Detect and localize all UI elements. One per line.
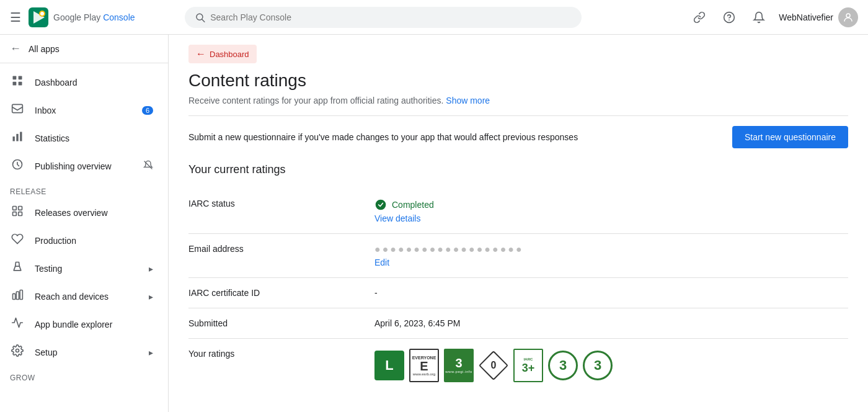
- submit-text: Submit a new questionnaire if you've mad…: [188, 132, 578, 142]
- statistics-icon: [10, 130, 25, 146]
- user-name: WebNativefier: [779, 12, 833, 22]
- svg-point-26: [16, 349, 19, 352]
- dashboard-label: Dashboard: [35, 78, 78, 87]
- field-value-cert-id: -: [374, 278, 848, 308]
- rating-badge-circle-3b: 3: [583, 351, 613, 380]
- testing-label: Testing: [35, 264, 62, 274]
- search-icon: [195, 12, 205, 23]
- table-row: Email address ●●●●●●●●●●●●●●●●●●● Edit: [188, 234, 848, 278]
- svg-rect-9: [13, 76, 17, 80]
- view-details-link[interactable]: View details: [374, 213, 848, 223]
- ratings-row: L EVERYONE E www.esrb.org 3: [374, 349, 848, 382]
- topbar-right: WebNativefier: [689, 7, 858, 27]
- breadcrumb[interactable]: ← Dashboard: [188, 45, 257, 63]
- svg-rect-11: [13, 82, 17, 86]
- play-console-icon: [29, 7, 48, 27]
- svg-text:0: 0: [491, 360, 497, 370]
- setup-chevron-icon: ▸: [149, 347, 153, 357]
- logo-text: Google Play Console: [53, 12, 135, 22]
- setup-label: Setup: [35, 347, 58, 357]
- show-more-link[interactable]: Show more: [446, 96, 490, 105]
- svg-rect-25: [20, 290, 22, 300]
- rating-badge-circle-3a: 3: [548, 351, 578, 380]
- all-apps-button[interactable]: ← All apps: [0, 35, 168, 63]
- status-text: Completed: [392, 200, 434, 210]
- app-bundle-label: App bundle explorer: [35, 320, 112, 329]
- table-row: IARC certificate ID -: [188, 278, 848, 308]
- status-completed: Completed: [374, 199, 848, 211]
- releases-overview-label: Releases overview: [35, 208, 108, 218]
- field-value-email: ●●●●●●●●●●●●●●●●●●● Edit: [374, 234, 848, 278]
- inbox-icon: [10, 102, 25, 118]
- field-value-ratings: L EVERYONE E www.esrb.org 3: [374, 339, 848, 393]
- submit-bar: Submit a new questionnaire if you've mad…: [188, 126, 848, 148]
- sidebar-nav: Dashboard Inbox 6 Statistics: [0, 63, 168, 390]
- releases-overview-icon: [10, 205, 25, 220]
- page-description: Receive content ratings for your app fro…: [188, 96, 848, 105]
- svg-rect-24: [16, 292, 19, 300]
- avatar: [838, 7, 858, 27]
- svg-rect-14: [13, 137, 15, 141]
- page-title: Content ratings: [188, 71, 848, 91]
- field-value-submitted: April 6, 2023, 6:45 PM: [374, 308, 848, 339]
- sidebar-item-inbox[interactable]: Inbox 6: [0, 96, 163, 124]
- main-content: ← Dashboard Content ratings Receive cont…: [169, 35, 868, 412]
- inbox-label: Inbox: [35, 105, 56, 115]
- svg-rect-22: [19, 212, 22, 216]
- svg-rect-16: [20, 132, 22, 141]
- app-bundle-icon: [10, 316, 25, 332]
- svg-rect-10: [19, 76, 22, 80]
- reach-devices-label: Reach and devices: [35, 292, 108, 302]
- svg-rect-15: [16, 134, 18, 141]
- check-circle-icon: [374, 199, 387, 211]
- inbox-badge: 6: [142, 106, 153, 115]
- sidebar-item-setup[interactable]: Setup ▸: [0, 338, 163, 366]
- sidebar-item-releases-overview[interactable]: Releases overview: [0, 199, 163, 226]
- hamburger-menu[interactable]: ☰: [10, 10, 21, 25]
- notification-icon[interactable]: [749, 7, 769, 27]
- layout: ← All apps Dashboard Inbox 6: [0, 35, 868, 412]
- rating-badge-l: L: [374, 351, 404, 380]
- search-bar[interactable]: [185, 7, 582, 28]
- sidebar-item-reach-devices[interactable]: Reach and devices ▸: [0, 282, 163, 310]
- svg-rect-12: [19, 82, 22, 86]
- all-apps-label: All apps: [29, 44, 60, 54]
- svg-rect-20: [19, 207, 22, 210]
- info-table: IARC status Completed View details: [188, 189, 848, 392]
- notif-mute-icon: [143, 160, 153, 172]
- svg-rect-19: [13, 207, 17, 210]
- field-value-iarc-status: Completed View details: [374, 189, 848, 234]
- sidebar-item-app-bundle-explorer[interactable]: App bundle explorer: [0, 310, 163, 338]
- edit-email-link[interactable]: Edit: [374, 258, 848, 267]
- statistics-label: Statistics: [35, 133, 69, 143]
- divider: [188, 115, 848, 116]
- svg-point-8: [846, 14, 850, 17]
- sidebar-item-testing[interactable]: Testing ▸: [0, 254, 163, 282]
- testing-chevron-icon: ▸: [149, 264, 153, 274]
- table-row: Your ratings L EVERYONE E www.esrb.org: [188, 339, 848, 393]
- sidebar-item-dashboard[interactable]: Dashboard: [0, 68, 163, 96]
- table-row: Submitted April 6, 2023, 6:45 PM: [188, 308, 848, 339]
- reach-devices-icon: [10, 289, 25, 304]
- sidebar-item-publishing-overview[interactable]: Publishing overview: [0, 152, 163, 180]
- svg-rect-23: [13, 293, 16, 299]
- rating-badge-pegi3: 3 www.pegi.info: [444, 349, 474, 382]
- production-icon: [10, 233, 25, 248]
- reach-chevron-icon: ▸: [149, 292, 153, 302]
- topbar: ☰ Google Play Console WebNativefier: [0, 0, 868, 35]
- search-input[interactable]: [210, 12, 572, 22]
- help-icon[interactable]: [719, 7, 739, 27]
- grow-section-label: Grow: [0, 366, 168, 385]
- start-questionnaire-button[interactable]: Start new questionnaire: [732, 126, 848, 148]
- svg-point-3: [40, 12, 44, 16]
- field-label-cert-id: IARC certificate ID: [188, 278, 374, 308]
- svg-point-27: [376, 200, 386, 210]
- sidebar-item-statistics[interactable]: Statistics: [0, 124, 163, 152]
- testing-icon: [10, 261, 25, 276]
- user-menu[interactable]: WebNativefier: [779, 7, 858, 27]
- link-icon[interactable]: [689, 7, 709, 27]
- field-label-ratings: Your ratings: [188, 339, 374, 393]
- table-row: IARC status Completed View details: [188, 189, 848, 234]
- rating-badge-iarc: IARC 3+: [513, 349, 543, 382]
- sidebar-item-production[interactable]: Production: [0, 226, 163, 254]
